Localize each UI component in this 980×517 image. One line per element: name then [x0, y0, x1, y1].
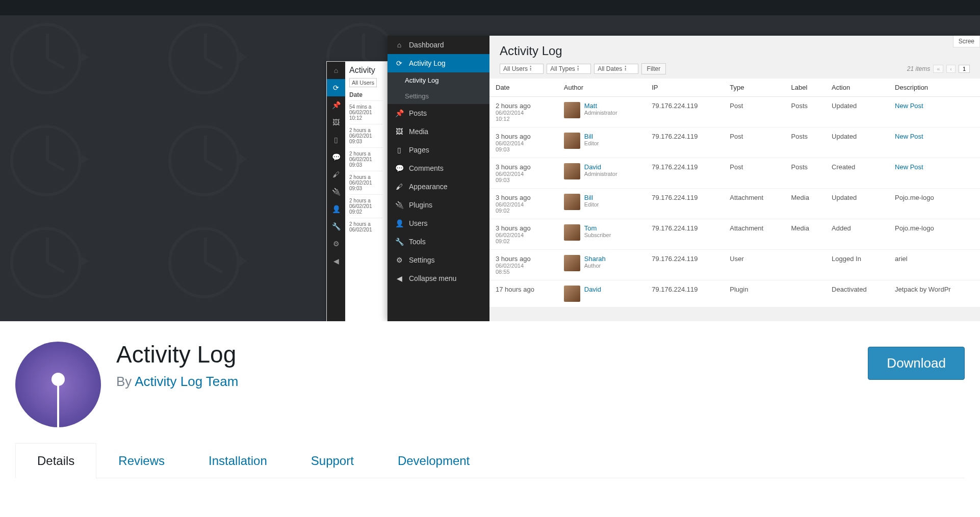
col-action[interactable]: Action: [826, 79, 889, 97]
sidebar-item[interactable]: 🖼 Media: [388, 122, 489, 141]
mini-content: Activity All Users Date 54 mins a 06/02/…: [345, 62, 387, 240]
foreground-window: ⌂ Dashboard ⟳ Activity Log Activity Log …: [388, 36, 980, 321]
mini-sidebar-icon: 👤: [327, 200, 345, 218]
cell-action: Added: [826, 219, 889, 250]
col-author[interactable]: Author: [558, 79, 646, 97]
page-input[interactable]: [959, 65, 970, 73]
page-first-button[interactable]: «: [933, 65, 943, 73]
mini-sidebar-icon: 🖌: [327, 166, 345, 183]
cell-desc[interactable]: New Post: [889, 158, 980, 189]
cell-author: Bill Editor: [558, 127, 646, 158]
author-name[interactable]: Tom: [584, 224, 611, 232]
tab-support[interactable]: Support: [289, 443, 376, 478]
sidebar-item[interactable]: Settings: [388, 88, 489, 104]
sidebar-item[interactable]: ▯ Pages: [388, 141, 489, 159]
plugin-author-link[interactable]: Activity Log Team: [135, 374, 238, 389]
mini-sidebar: ⌂ ⟳ 📌 🖼 ▯ 💬 🖌 🔌 👤 🔧 ⚙ ◀: [327, 62, 345, 321]
tab-development[interactable]: Development: [376, 443, 492, 478]
sidebar-item[interactable]: 💬 Comments: [388, 159, 489, 177]
sidebar-item[interactable]: ⟳ Activity Log: [388, 54, 489, 72]
author-name[interactable]: Sharah: [584, 255, 606, 263]
wp-sidebar: ⌂ Dashboard ⟳ Activity Log Activity Log …: [388, 36, 489, 321]
sidebar-label: Settings: [409, 256, 435, 264]
mini-sidebar-icon: ⟳: [327, 79, 345, 96]
cell-type: Post: [724, 127, 785, 158]
filter-dates-select[interactable]: All Dates ⠇: [594, 64, 638, 74]
cell-desc[interactable]: New Post: [889, 97, 980, 127]
cell-desc[interactable]: Pojo.me-logo: [889, 189, 980, 219]
author-role: Author: [584, 263, 606, 269]
mini-sidebar-icon: ▯: [327, 131, 345, 148]
pagination: 21 items « ‹: [907, 65, 970, 73]
cell-date: 2 hours ago 06/02/2014 10:12: [489, 97, 558, 127]
col-ip[interactable]: IP: [646, 79, 724, 97]
cell-date: 3 hours ago 06/02/2014 09:02: [489, 219, 558, 250]
col-label[interactable]: Label: [785, 79, 826, 97]
mini-sidebar-icon: ◀: [327, 252, 345, 270]
sidebar-label: Activity Log: [405, 76, 439, 84]
mini-rel: 2 hours a: [349, 198, 371, 203]
tab-details[interactable]: Details: [15, 443, 96, 478]
author-name[interactable]: Bill: [584, 133, 599, 140]
filter-users-select[interactable]: All Users ⠇: [500, 64, 544, 74]
cell-author: Bill Editor: [558, 189, 646, 219]
mini-time: 09:03: [349, 139, 362, 144]
plugin-icon: [15, 342, 101, 427]
sidebar-item[interactable]: Activity Log: [388, 72, 489, 88]
table-row: 3 hours ago 06/02/2014 09:03 David Admin…: [489, 158, 980, 189]
cell-desc[interactable]: New Post: [889, 127, 980, 158]
sidebar-item[interactable]: ◀ Collapse menu: [388, 269, 489, 288]
mini-time: 10:12: [349, 115, 362, 121]
wp-main: Scree Activity Log All Users ⠇ All Types…: [489, 36, 980, 321]
mini-sidebar-icon: 💬: [327, 148, 345, 166]
download-button[interactable]: Download: [868, 347, 965, 380]
sidebar-item[interactable]: ⚙ Settings: [388, 251, 489, 269]
cell-action: Updated: [826, 189, 889, 219]
mini-sidebar-icon: ⌂: [327, 62, 345, 79]
cell-type: User: [724, 250, 785, 280]
col-desc[interactable]: Description: [889, 79, 980, 97]
mini-row: 54 mins a 06/02/201 10:12: [349, 100, 383, 124]
mini-date: 06/02/201: [349, 227, 372, 232]
sidebar-icon: ◀: [395, 274, 404, 282]
filter-types-select[interactable]: All Types ⠇: [547, 64, 591, 74]
sidebar-item[interactable]: ⌂ Dashboard: [388, 36, 489, 54]
plugin-header: Activity Log By Activity Log Team Downlo…: [0, 321, 980, 443]
cell-ip: 79.176.224.119: [646, 250, 724, 280]
col-type[interactable]: Type: [724, 79, 785, 97]
cell-label: Posts: [785, 158, 826, 189]
page-prev-button[interactable]: ‹: [946, 65, 956, 73]
cell-label: Posts: [785, 97, 826, 127]
sidebar-item[interactable]: 🖌 Appearance: [388, 177, 489, 196]
col-date[interactable]: Date: [489, 79, 558, 97]
sidebar-label: Plugins: [409, 201, 432, 209]
tab-installation[interactable]: Installation: [187, 443, 289, 478]
sidebar-label: Posts: [409, 109, 427, 117]
activity-table: Date Author IP Type Label Action Descrip…: [489, 79, 980, 307]
cell-desc[interactable]: ariel: [889, 250, 980, 280]
mini-row: 2 hours a 06/02/201: [349, 218, 383, 236]
sidebar-icon: 🔧: [395, 238, 404, 246]
author-name[interactable]: David: [584, 286, 601, 293]
filter-button[interactable]: Filter: [641, 63, 666, 74]
cell-desc[interactable]: Jetpack by WordPr: [889, 280, 980, 307]
sidebar-item[interactable]: 📌 Posts: [388, 104, 489, 122]
author-role: Administrator: [584, 110, 617, 116]
author-name[interactable]: Matt: [584, 102, 617, 110]
mini-row: 2 hours a 06/02/201 09:03: [349, 124, 383, 147]
table-row: 3 hours ago 06/02/2014 09:02 Bill Editor: [489, 189, 980, 219]
sidebar-item[interactable]: 🔌 Plugins: [388, 196, 489, 214]
avatar: [564, 224, 580, 241]
screen-options-button[interactable]: Scree: [953, 36, 980, 47]
cell-ip: 79.176.224.119: [646, 97, 724, 127]
sidebar-label: Tools: [409, 238, 426, 246]
sidebar-item[interactable]: 🔧 Tools: [388, 232, 489, 251]
cell-desc[interactable]: Pojo.me-logo: [889, 219, 980, 250]
author-name[interactable]: David: [584, 163, 617, 171]
author-name[interactable]: Bill: [584, 194, 599, 201]
sidebar-item[interactable]: 👤 Users: [388, 214, 489, 232]
tab-reviews[interactable]: Reviews: [96, 443, 187, 478]
author-role: Editor: [584, 201, 599, 208]
mini-title: Activity: [349, 66, 383, 75]
cell-action: Created: [826, 158, 889, 189]
